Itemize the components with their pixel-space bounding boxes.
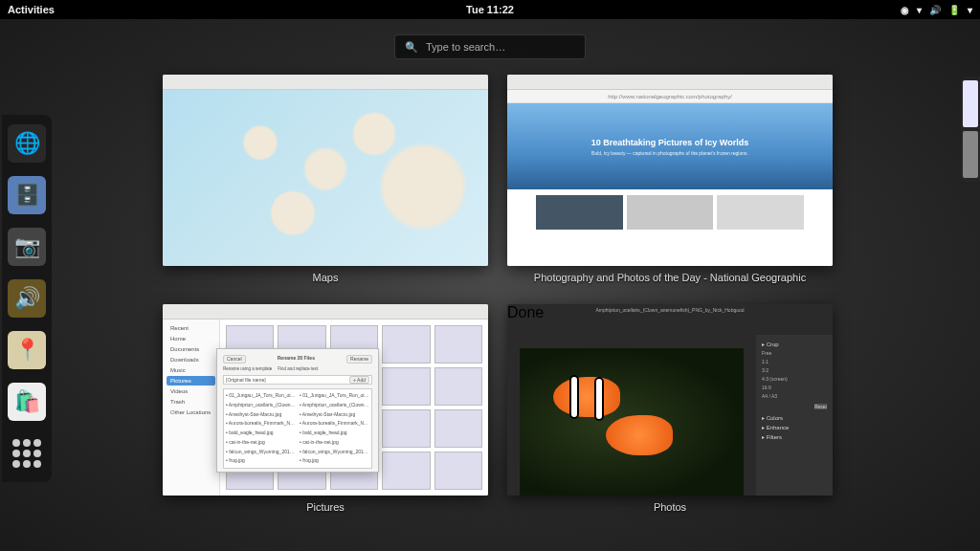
- show-apps-button[interactable]: [8, 434, 46, 473]
- window-overview: Maps http://www.nationalgeographic.com/p…: [163, 75, 833, 524]
- rename-input[interactable]: [Original file name]: [226, 377, 266, 383]
- aspect-1-1[interactable]: 1:1: [762, 359, 827, 364]
- volume-icon: 🔊: [929, 5, 941, 15]
- search-placeholder: Type to search…: [426, 41, 505, 53]
- sidebar-item-downloads[interactable]: Downloads: [167, 355, 215, 364]
- panel-filters[interactable]: ▸ Filters: [762, 433, 827, 440]
- photo-edit-panel: ▸ Crop Free 1:1 3:2 4:3 (screen) 16:9 A4…: [756, 335, 833, 496]
- dash-web-browser[interactable]: 🌐: [8, 124, 46, 163]
- sidebar-item-trash[interactable]: Trash: [167, 397, 215, 407]
- dash-maps[interactable]: 📍: [8, 331, 46, 369]
- battery-icon: 🔋: [948, 5, 960, 15]
- sidebar-item-home[interactable]: Home: [167, 334, 215, 343]
- aspect-3-2[interactable]: 3:2: [762, 367, 827, 373]
- dash: 🌐 🗄️ 📷 🔊 📍 🛍️: [2, 115, 52, 482]
- rename-button[interactable]: Rename: [346, 355, 372, 364]
- system-status-area[interactable]: ◉ ▾ 🔊 🔋 ▾: [901, 5, 972, 15]
- window-label: Photography and Photos of the Day - Nati…: [534, 272, 806, 283]
- window-label: Pictures: [306, 501, 345, 513]
- url-text: http://www.nationalgeographic.com/photog…: [608, 94, 732, 99]
- overview-search[interactable]: 🔍 Type to search…: [394, 34, 586, 59]
- panel-colors[interactable]: ▸ Colors: [762, 414, 827, 421]
- clock[interactable]: Tue 11:22: [466, 4, 514, 15]
- dash-music[interactable]: 🔊: [8, 279, 46, 318]
- photo-filename: Amphiprion_ocellaris_(Clown_anemonefish)…: [595, 307, 744, 313]
- sidebar-item-recent[interactable]: Recent: [167, 323, 215, 333]
- sidebar-item-documents[interactable]: Documents: [167, 344, 215, 354]
- search-icon: 🔍: [405, 41, 418, 54]
- window-files[interactable]: Recent Home Documents Downloads Music Pi…: [163, 304, 488, 496]
- accessibility-icon: ◉: [901, 5, 909, 15]
- tab-replace[interactable]: Find and replace text: [278, 366, 318, 371]
- dialog-title: Rename 28 Files: [278, 355, 315, 361]
- aspect-a4[interactable]: A4 / A3: [762, 393, 827, 399]
- panel-crop[interactable]: ▸ Crop: [762, 341, 827, 347]
- cancel-button[interactable]: Cancel: [223, 355, 246, 364]
- rename-preview-list: • 01_Jungau_JA_Tors_Ron_oto…• 01_Jungau_…: [223, 388, 372, 469]
- reset-button[interactable]: Reset: [814, 404, 827, 409]
- wifi-icon: ▾: [917, 5, 922, 15]
- sidebar-item-other[interactable]: Other Locations: [167, 408, 215, 417]
- sidebar-item-pictures[interactable]: Pictures: [167, 376, 215, 386]
- aspect-4-3[interactable]: 4:3 (screen): [762, 376, 827, 382]
- aspect-free[interactable]: Free: [762, 350, 827, 356]
- window-label: Maps: [313, 272, 339, 283]
- aspect-16-9[interactable]: 16:9: [762, 385, 827, 390]
- photo-canvas[interactable]: [520, 348, 744, 496]
- add-button[interactable]: + Add: [349, 376, 369, 384]
- window-label: Photos: [654, 501, 686, 513]
- power-icon: ▾: [968, 5, 972, 15]
- panel-enhance[interactable]: ▸ Enhance: [762, 424, 827, 430]
- tab-template[interactable]: Rename using a template: [223, 366, 272, 371]
- dash-software[interactable]: 🛍️: [8, 383, 46, 421]
- dash-files[interactable]: 🗄️: [8, 176, 46, 214]
- window-maps[interactable]: [163, 75, 488, 266]
- workspace-switcher[interactable]: [961, 77, 980, 182]
- window-browser[interactable]: http://www.nationalgeographic.com/photog…: [507, 75, 833, 266]
- sidebar-item-videos[interactable]: Videos: [167, 386, 215, 396]
- window-photos[interactable]: Amphiprion_ocellaris_(Clown_anemonefish)…: [507, 304, 833, 496]
- hero-subtitle: Bold, icy beauty — captured in photograp…: [591, 150, 748, 156]
- rename-dialog: Cancel Rename 28 Files Rename Rename usi…: [216, 348, 379, 473]
- dash-camera[interactable]: 📷: [8, 228, 46, 266]
- workspace-2[interactable]: [963, 131, 978, 178]
- hero-title: 10 Breathtaking Pictures of Icy Worlds: [591, 138, 748, 147]
- files-sidebar: Recent Home Documents Downloads Music Pi…: [163, 320, 220, 496]
- activities-button[interactable]: Activities: [8, 4, 55, 15]
- workspace-1[interactable]: [963, 80, 978, 127]
- sidebar-item-music[interactable]: Music: [167, 365, 215, 375]
